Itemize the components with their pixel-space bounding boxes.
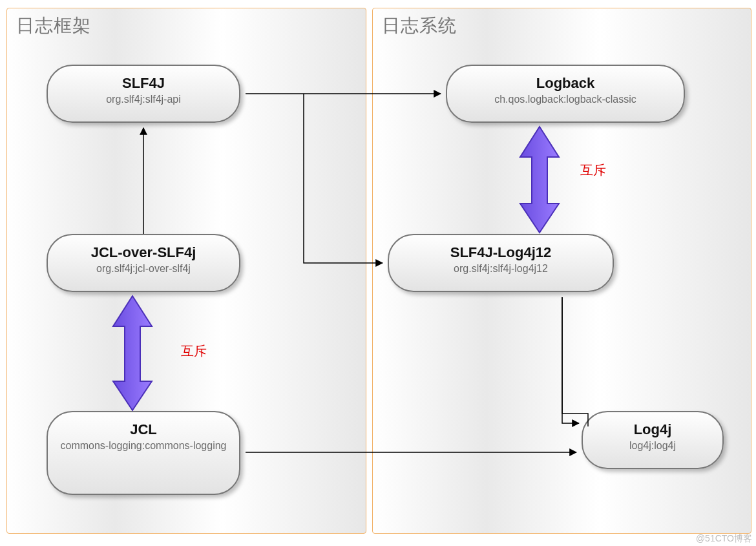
node-log4j-title: Log4j (589, 421, 716, 438)
node-slf4j-log4j12: SLF4J-Log4j12 org.slf4j:slf4j-log4j12 (388, 234, 614, 292)
node-logback-sub: ch.qos.logback:logback-classic (454, 93, 677, 105)
node-logback: Logback ch.qos.logback:logback-classic (446, 65, 685, 123)
node-jclover-title: JCL-over-SLF4j (54, 244, 233, 261)
node-bridge-sub: org.slf4j:slf4j-log4j12 (395, 262, 606, 275)
diagram-stage: 日志框架 日志系统 SLF4J org.slf4j:slf4j-api JCL-… (0, 0, 756, 546)
node-slf4j: SLF4J org.slf4j:slf4j-api (47, 65, 240, 123)
node-jcl-sub: commons-logging:commons-logging (54, 439, 233, 452)
node-jcl-over-slf4j: JCL-over-SLF4j org.slf4j:jcl-over-slf4j (47, 234, 240, 292)
node-slf4j-sub: org.slf4j:slf4j-api (54, 93, 233, 105)
node-logback-title: Logback (454, 75, 677, 92)
node-bridge-title: SLF4J-Log4j12 (395, 244, 606, 261)
node-log4j-sub: log4j:log4j (589, 439, 716, 452)
node-jcl-title: JCL (54, 421, 233, 438)
panel-title-left: 日志框架 (16, 14, 91, 38)
panel-title-right: 日志系统 (382, 14, 457, 38)
label-mutex-right: 互斥 (580, 162, 606, 179)
node-log4j: Log4j log4j:log4j (582, 411, 724, 469)
node-jclover-sub: org.slf4j:jcl-over-slf4j (54, 262, 233, 275)
label-mutex-left: 互斥 (181, 342, 207, 360)
watermark: @51CTO博客 (696, 533, 752, 545)
node-slf4j-title: SLF4J (54, 75, 233, 92)
node-jcl: JCL commons-logging:commons-logging (47, 411, 240, 495)
